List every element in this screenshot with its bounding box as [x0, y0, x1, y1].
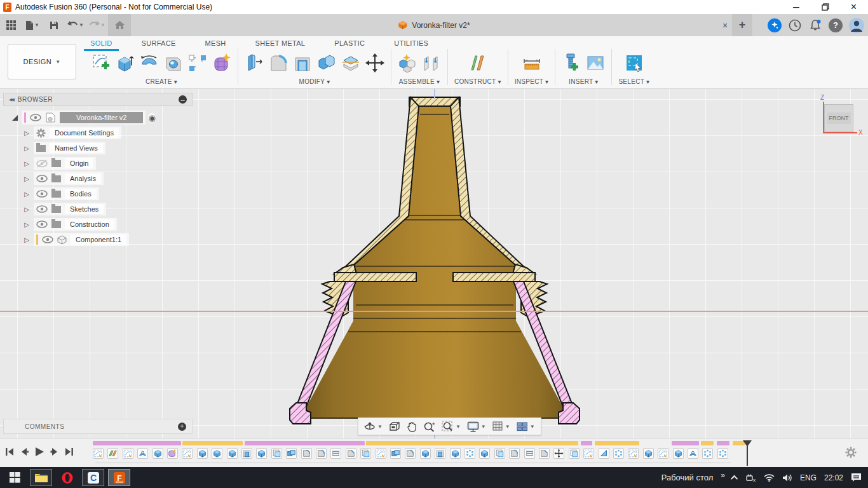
notification-center-icon[interactable] [851, 473, 862, 482]
tree-item-label[interactable]: Sketches [65, 204, 104, 214]
timeline-group-bar[interactable] [595, 441, 639, 445]
notifications-bell-icon[interactable] [808, 18, 822, 32]
timeline-feature-form[interactable] [167, 448, 178, 459]
timeline-feature-sketch[interactable] [93, 448, 104, 459]
tree-item-label[interactable]: Construction [65, 219, 114, 229]
zoom-window-button[interactable]: ▼ [440, 421, 463, 432]
timeline-feature-extrude[interactable] [256, 448, 267, 459]
tree-row-construction[interactable]: ▷ Construction [3, 217, 193, 232]
timeline-feature-shell[interactable] [435, 448, 445, 459]
tree-root-label[interactable]: Voronka-filter v2 [60, 112, 143, 123]
joint-button[interactable] [422, 53, 441, 73]
press-pull-button[interactable] [245, 53, 264, 73]
timeline-feature-fillet[interactable] [405, 448, 416, 459]
timeline-feature-sketch[interactable] [658, 448, 668, 459]
tree-item-label[interactable]: Component1:1 [71, 234, 126, 245]
create-sketch-button[interactable] [92, 53, 111, 73]
speaker-icon[interactable] [782, 473, 792, 482]
visibility-eye-icon[interactable] [30, 114, 41, 121]
tab-solid[interactable]: SOLID [88, 37, 115, 50]
expand-triangle-icon[interactable]: ▷ [22, 130, 31, 137]
expand-triangle-icon[interactable]: ▷ [22, 221, 31, 228]
measure-button[interactable] [522, 53, 541, 73]
timeline-feature-chamfer[interactable] [346, 448, 356, 459]
timeline-feature-extrude[interactable] [420, 448, 431, 459]
tab-sheet-metal[interactable]: SHEET METAL [253, 37, 308, 50]
timeline-feature-fillet[interactable] [301, 448, 312, 459]
app-grid-menu-button[interactable] [0, 14, 22, 36]
expand-triangle-icon[interactable] [12, 115, 18, 121]
expand-triangle-icon[interactable]: ▷ [22, 175, 31, 182]
undo-button[interactable]: ▼ [65, 14, 86, 36]
save-button[interactable] [43, 14, 65, 36]
blue-c-app-taskbar-icon[interactable]: C [82, 469, 104, 486]
show-hidden-icons-chevron[interactable] [731, 475, 738, 482]
extensions-icon[interactable] [768, 18, 782, 32]
expand-triangle-icon[interactable]: ▷ [22, 145, 31, 152]
file-menu-button[interactable]: ▼ [22, 14, 43, 36]
browser-header[interactable]: ◀◀ BROWSER – [3, 93, 193, 106]
tree-row-sketches[interactable]: ▷ Sketches [3, 201, 193, 217]
tree-row-document-settings[interactable]: ▷ Document Settings [3, 125, 193, 140]
add-comment-icon[interactable]: + [178, 423, 186, 431]
timeline-feature-sketch[interactable] [583, 448, 594, 459]
toolbar-overflow-chevron[interactable]: » [721, 471, 725, 480]
timeline-options-gear-icon[interactable] [845, 447, 857, 458]
timeline-feature-extrude[interactable] [227, 448, 238, 459]
workspace-selector[interactable]: DESIGN▼ [8, 44, 76, 79]
viewport-canvas[interactable]: Z FRONT X ◀◀ BROWSER – Voronka [0, 89, 868, 438]
tree-row-named-views[interactable]: ▷ Named Views [3, 140, 193, 156]
group-label-modify[interactable]: MODIFY ▾ [299, 78, 330, 85]
timeline-feature-loft[interactable] [599, 448, 609, 459]
clock-time[interactable]: 22:02 [824, 473, 843, 482]
start-button[interactable] [4, 469, 26, 486]
fusion360-taskbar-icon[interactable]: F [108, 469, 130, 486]
wifi-icon[interactable] [764, 473, 775, 482]
create-form-button[interactable] [212, 53, 231, 73]
timeline-feature-threads[interactable] [330, 448, 341, 459]
shell-button[interactable] [293, 53, 312, 73]
timeline-feature-fillet[interactable] [316, 448, 327, 459]
visibility-eye-icon[interactable] [36, 220, 48, 228]
visibility-eye-icon[interactable] [36, 175, 48, 182]
tree-row-origin[interactable]: ▷ Origin [3, 156, 193, 171]
timeline-feature-extrude[interactable] [450, 448, 461, 459]
orbit-button[interactable]: ▼ [362, 421, 384, 432]
visibility-eye-icon[interactable] [36, 205, 48, 213]
timeline-feature-plane[interactable] [107, 448, 118, 459]
browser-minimize-icon[interactable]: – [179, 95, 187, 104]
rectangular-pattern-button[interactable] [188, 53, 207, 73]
timeline-feature-extrude[interactable] [212, 448, 222, 459]
collapse-panel-icon[interactable]: ◀◀ [9, 97, 13, 102]
timeline-group-bar[interactable] [672, 441, 699, 445]
timeline-feature-pattern[interactable] [717, 448, 728, 459]
tree-row-analysis[interactable]: ▷ Analysis [3, 171, 193, 186]
expand-triangle-icon[interactable]: ▷ [22, 191, 31, 198]
visibility-eye-icon[interactable] [36, 190, 48, 198]
timeline-feature-extrude[interactable] [153, 448, 163, 459]
move-copy-button[interactable] [365, 53, 384, 73]
timeline-feature-revolve[interactable] [688, 448, 698, 459]
tree-root-row[interactable]: Voronka-filter v2 ◉ [3, 110, 193, 125]
redo-button[interactable]: ▼ [86, 14, 108, 36]
timeline-feature-shell[interactable] [241, 448, 252, 459]
pan-button[interactable] [405, 421, 419, 432]
expand-triangle-icon[interactable]: ▷ [22, 160, 31, 167]
view-cube-front-face[interactable]: FRONT [824, 104, 853, 132]
tab-mesh[interactable]: MESH [203, 37, 229, 50]
timeline-feature-extrude[interactable] [643, 448, 654, 459]
timeline-feature-sketch[interactable] [182, 448, 193, 459]
timeline-feature-offset[interactable] [494, 448, 505, 459]
timeline-feature-fillet[interactable] [509, 448, 520, 459]
tree-item-label[interactable]: Named Views [50, 143, 103, 153]
tab-utilities[interactable]: UTILITIES [391, 37, 431, 50]
group-label-select[interactable]: SELECT ▾ [618, 78, 649, 85]
timeline-feature-sketch[interactable] [376, 448, 386, 459]
opera-taskbar-icon[interactable] [56, 469, 78, 486]
timeline-feature-combine[interactable] [286, 448, 297, 459]
tree-row-bodies[interactable]: ▷ Bodies [3, 186, 193, 201]
timeline-feature-pattern[interactable] [465, 448, 475, 459]
timeline-playhead[interactable] [743, 440, 752, 466]
desktop-toolbar-label[interactable]: Рабочий стол [661, 473, 714, 482]
timeline-feature-sketch[interactable] [123, 448, 133, 459]
